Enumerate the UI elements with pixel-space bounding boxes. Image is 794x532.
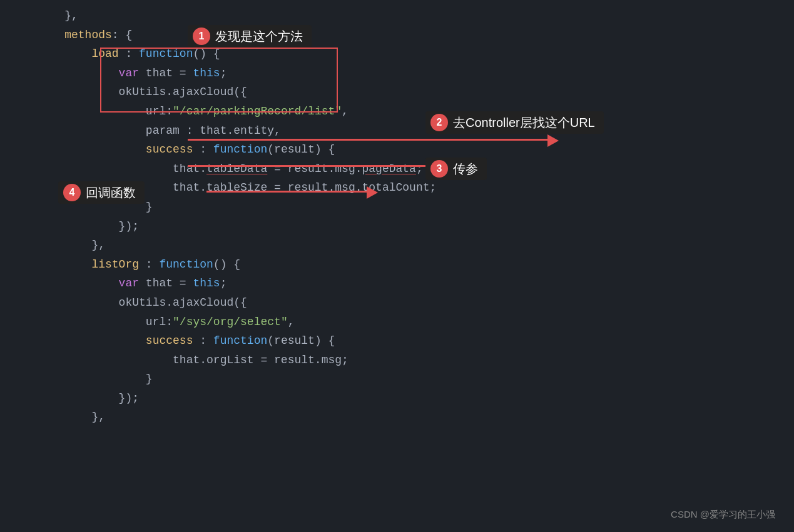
watermark: CSDN @爱学习的王小强	[671, 509, 775, 521]
code-line-20: }	[38, 369, 794, 389]
badge-2: 2	[430, 114, 448, 131]
url-arrow-line	[188, 139, 551, 141]
tooltip-4-text: 回调函数	[86, 184, 136, 201]
code-line-1: },	[38, 6, 794, 26]
code-line-5: okUtils.ajaxCloud({	[38, 83, 794, 102]
code-line-6: url:"/car/parkingRecord/list",	[38, 102, 794, 121]
tooltip-3: 3 传参	[425, 158, 487, 180]
code-line-22: },	[38, 408, 794, 427]
code-line-16: okUtils.ajaxCloud({	[38, 293, 794, 313]
tooltip-2-text: 去Controller层找这个URL	[453, 114, 595, 131]
code-line-4: var that = this;	[38, 64, 794, 83]
tooltip-4: 4 回调函数	[58, 181, 145, 204]
code-line-9: that.tableData = result.msg.pageData;	[38, 159, 794, 179]
code-area: }, methods: { load : function() { var th…	[0, 0, 794, 433]
tooltip-3-text: 传参	[453, 161, 478, 178]
code-line-13: },	[38, 236, 794, 255]
code-line-12: });	[38, 217, 794, 236]
tooltip-2: 2 去Controller层找这个URL	[425, 111, 604, 134]
badge-3: 3	[430, 160, 448, 178]
tooltip-1-text: 发现是这个方法	[215, 28, 303, 45]
code-line-14: listOrg : function() {	[38, 255, 794, 274]
callback-arrow-line	[206, 191, 369, 193]
code-line-18: success : function(result) {	[38, 331, 794, 351]
param-arrow-line	[188, 165, 463, 167]
code-line-10: that.tableSize = result.msg.totalCount;	[38, 178, 794, 198]
tooltip-1: 1 发现是这个方法	[188, 25, 312, 48]
code-line-8: success : function(result) {	[38, 140, 794, 159]
badge-1: 1	[193, 28, 210, 45]
code-line-17: url:"/sys/org/select",	[38, 313, 794, 332]
code-line-15: var that = this;	[38, 274, 794, 293]
code-line-7: param : that.entity,	[38, 121, 794, 141]
code-line-19: that.orgList = result.msg;	[38, 351, 794, 370]
callback-arrowhead	[367, 186, 378, 199]
code-line-2: methods: {	[38, 26, 794, 45]
badge-4: 4	[63, 184, 81, 201]
url-arrowhead	[547, 134, 559, 147]
code-line-11: }	[38, 198, 794, 217]
code-line-21: });	[38, 389, 794, 408]
code-line-3: load : function() {	[38, 44, 794, 64]
